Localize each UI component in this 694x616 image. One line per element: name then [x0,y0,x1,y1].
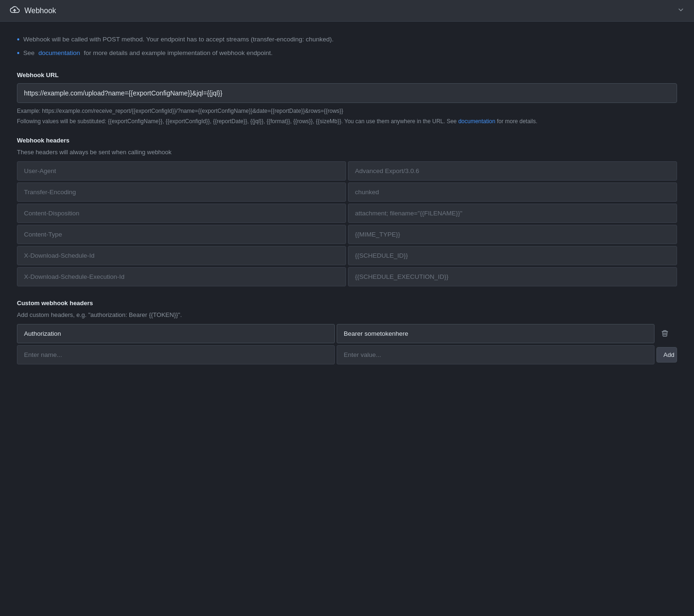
webhook-headers-description: These headers will always be sent when c… [17,149,677,156]
webhook-url-substitution: Following values will be substituted: {{… [17,117,677,126]
webhook-url-example: Example: https://example.com/receive_rep… [17,107,677,115]
header-name-3: Content-Type [17,225,346,244]
webhook-url-section: Webhook URL Example: https://example.com… [17,71,677,126]
info-text-1: Webhook will be called with POST method.… [24,35,334,44]
new-header-name-input[interactable] [17,345,335,364]
custom-headers-label: Custom webhook headers [17,300,677,307]
header-name-4: X-Download-Schedule-Id [17,246,346,265]
header-value-3: {{MIME_TYPE}} [348,225,677,244]
custom-headers-section: Custom webhook headers Add custom header… [17,300,677,364]
header-title: Webhook [24,7,56,15]
add-header-button[interactable]: Add [656,347,677,363]
header-row-2: Content-Disposition attachment; filename… [17,204,677,223]
webhook-header: Webhook [0,0,694,22]
substitution-suffix: for more details. [495,118,537,125]
info-list: Webhook will be called with POST method.… [17,35,677,58]
header-name-0: User-Agent [17,161,346,181]
new-header-value-input[interactable] [337,345,655,364]
header-value-4: {{SCHEDULE_ID}} [348,246,677,265]
custom-header-value-0[interactable] [337,324,655,343]
header-value-5: {{SCHEDULE_EXECUTION_ID}} [348,267,677,286]
header-row-0: User-Agent Advanced Export/3.0.6 [17,161,677,181]
webhook-headers-label: Webhook headers [17,137,677,144]
delete-header-button-0[interactable] [656,325,673,342]
info-bullet-2: See documentation for more details and e… [17,48,677,58]
substitution-text: Following values will be substituted: {{… [17,118,458,125]
header-name-2: Content-Disposition [17,204,346,223]
custom-header-row-0 [17,324,677,343]
header-value-0: Advanced Export/3.0.6 [348,161,677,181]
header-row-4: X-Download-Schedule-Id {{SCHEDULE_ID}} [17,246,677,265]
custom-header-name-0[interactable] [17,324,335,343]
header-value-1: chunked [348,182,677,202]
header-left: Webhook [9,6,56,16]
header-row-5: X-Download-Schedule-Execution-Id {{SCHED… [17,267,677,286]
info-bullet-1: Webhook will be called with POST method.… [17,35,677,45]
header-row-3: Content-Type {{MIME_TYPE}} [17,225,677,244]
info-text-2-prefix: See [24,48,35,58]
info-text-2-suffix: for more details and example implementat… [84,48,273,58]
content-area: Webhook will be called with POST method.… [0,22,694,385]
webhook-url-label: Webhook URL [17,71,677,79]
cloud-icon [9,6,20,16]
header-name-1: Transfer-Encoding [17,182,346,202]
main-container: Webhook Webhook will be called with POST… [0,0,694,616]
header-name-5: X-Download-Schedule-Execution-Id [17,267,346,286]
custom-headers-description: Add custom headers, e.g. "authorization:… [17,311,677,318]
documentation-link-1[interactable]: documentation [39,48,80,58]
new-header-row: Add [17,345,677,364]
webhook-url-input[interactable] [17,83,677,103]
header-value-2: attachment; filename="{{FILENAME}}" [348,204,677,223]
documentation-link-2[interactable]: documentation [458,118,496,125]
chevron-down-icon[interactable] [677,6,685,15]
trash-icon [661,330,669,337]
webhook-headers-section: Webhook headers These headers will alway… [17,137,677,286]
header-row-1: Transfer-Encoding chunked [17,182,677,202]
webhook-headers-list: User-Agent Advanced Export/3.0.6 Transfe… [17,161,677,286]
